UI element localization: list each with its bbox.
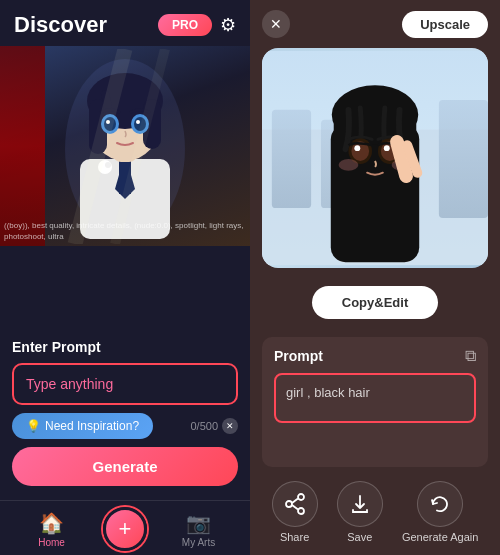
left-edge-overlay <box>0 46 45 246</box>
save-icon <box>349 493 371 515</box>
generate-again-circle <box>417 481 463 527</box>
copy-edit-button[interactable]: Copy&Edit <box>312 286 438 319</box>
prompt-input-text: Type anything <box>26 376 113 392</box>
copy-edit-container: Copy&Edit <box>250 276 500 329</box>
svg-line-44 <box>292 499 298 504</box>
generate-again-action[interactable]: Generate Again <box>402 481 478 543</box>
anime-girl-svg <box>262 49 488 267</box>
camera-icon: 📷 <box>186 511 211 535</box>
image-gallery: ((boy)), best quality, intricate details… <box>0 46 250 329</box>
prompt-input-container[interactable]: Type anything <box>12 363 238 405</box>
share-icon <box>284 493 306 515</box>
bulb-icon: 💡 <box>26 419 41 433</box>
svg-point-35 <box>354 145 360 151</box>
right-panel: ✕ Upscale <box>250 0 500 555</box>
copy-icon[interactable]: ⧉ <box>465 347 476 365</box>
save-action[interactable]: Save <box>337 481 383 543</box>
main-image: ((boy)), best quality, intricate details… <box>0 46 250 246</box>
svg-point-5 <box>105 162 111 168</box>
svg-point-16 <box>136 120 140 124</box>
prompt-row: Prompt ⧉ <box>274 347 476 365</box>
left-panel: Discover PRO ⚙ <box>0 0 250 555</box>
sidebar-item-arts[interactable]: 📷 My Arts <box>147 511 250 548</box>
pro-button[interactable]: PRO <box>158 14 212 36</box>
inspiration-button[interactable]: 💡 Need Inspiration? <box>12 413 153 439</box>
right-prompt-section: Prompt ⧉ girl , black hair <box>262 337 488 467</box>
prompt-text: girl , black hair <box>286 385 370 400</box>
right-actions: Share Save Generate Again <box>250 467 500 555</box>
svg-point-41 <box>298 494 304 500</box>
gear-icon[interactable]: ⚙ <box>220 14 236 36</box>
left-header: Discover PRO ⚙ <box>0 0 250 46</box>
inspiration-row: 💡 Need Inspiration? 0/500 ✕ <box>12 413 238 439</box>
upscale-button[interactable]: Upscale <box>402 11 488 38</box>
save-circle <box>337 481 383 527</box>
share-circle <box>272 481 318 527</box>
prompt-text-box: girl , black hair <box>274 373 476 423</box>
prompt-label: Enter Prompt <box>12 339 238 355</box>
header-right: PRO ⚙ <box>158 14 236 36</box>
share-label: Share <box>280 531 309 543</box>
generate-again-icon <box>429 493 451 515</box>
anime-character-svg <box>45 49 205 244</box>
char-count: 0/500 ✕ <box>190 418 238 434</box>
clear-input-button[interactable]: ✕ <box>222 418 238 434</box>
svg-point-43 <box>298 508 304 514</box>
svg-point-42 <box>286 501 292 507</box>
home-label: Home <box>38 537 65 548</box>
right-header: ✕ Upscale <box>250 0 500 48</box>
plus-icon: + <box>119 518 132 540</box>
add-button[interactable]: + <box>103 507 147 551</box>
home-icon: 🏠 <box>39 511 64 535</box>
sidebar-item-home[interactable]: 🏠 Home <box>0 511 103 548</box>
svg-rect-23 <box>439 100 488 218</box>
generate-again-label: Generate Again <box>402 531 478 543</box>
image-caption: ((boy)), best quality, intricate details… <box>4 221 246 242</box>
generate-button[interactable]: Generate <box>12 447 238 486</box>
close-button[interactable]: ✕ <box>262 10 290 38</box>
save-label: Save <box>347 531 372 543</box>
svg-rect-21 <box>272 110 311 208</box>
right-image-container <box>262 48 488 268</box>
svg-point-37 <box>339 159 359 171</box>
prompt-section: Enter Prompt Type anything 💡 Need Inspir… <box>0 329 250 500</box>
share-action[interactable]: Share <box>272 481 318 543</box>
svg-point-36 <box>384 145 390 151</box>
prompt-title: Prompt <box>274 348 323 364</box>
bottom-nav: 🏠 Home + 📷 My Arts <box>0 500 250 555</box>
page-title: Discover <box>14 12 107 38</box>
arts-label: My Arts <box>182 537 215 548</box>
svg-line-45 <box>292 505 298 510</box>
